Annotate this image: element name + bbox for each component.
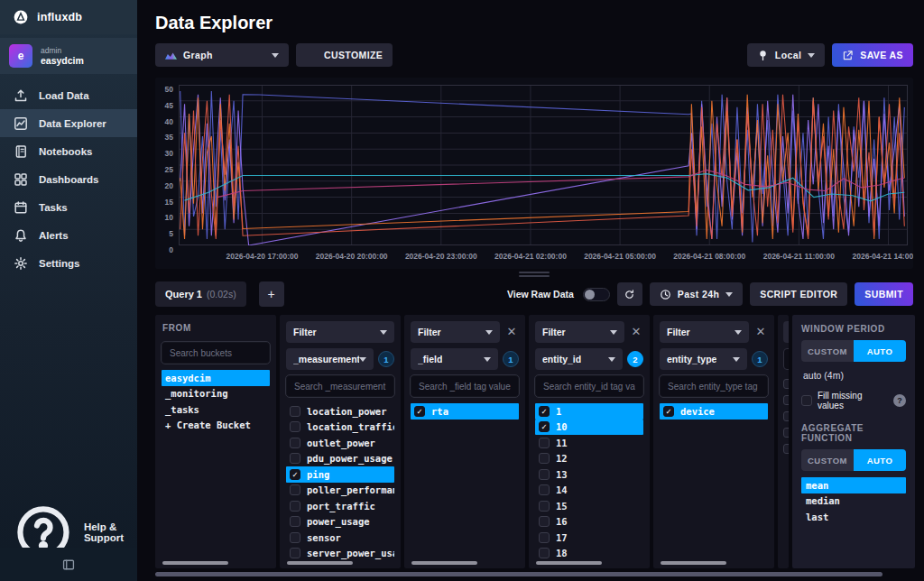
aggregate-function-item[interactable]: last [801, 509, 906, 525]
checkbox[interactable] [290, 453, 300, 464]
refresh-button[interactable] [617, 282, 642, 306]
auto-mode-button[interactable]: AUTO [854, 340, 906, 362]
checkbox[interactable] [539, 501, 550, 512]
checkbox[interactable] [539, 548, 550, 558]
sidebar-item-notebooks[interactable]: Notebooks [0, 137, 137, 165]
remove-filter-button[interactable]: ✕ [629, 325, 643, 339]
checkbox[interactable] [290, 406, 300, 417]
fill-missing-values-checkbox[interactable] [801, 395, 812, 406]
column-scrollbar[interactable] [660, 559, 768, 566]
checkbox[interactable] [290, 516, 300, 527]
tag-value-item[interactable]: ✓ 10 [535, 420, 643, 436]
checked-checkbox[interactable]: ✓ [663, 406, 674, 417]
bucket-list-item[interactable]: _tasks [162, 401, 270, 418]
variables-scope-dropdown[interactable]: Local [747, 43, 825, 67]
tag-value-search-input[interactable] [660, 375, 768, 397]
resize-drag-handle[interactable] [155, 271, 913, 278]
checkbox[interactable] [290, 484, 300, 495]
sidebar-item-settings[interactable]: Settings [0, 249, 137, 277]
tag-value-item[interactable]: port_traffic [286, 498, 394, 514]
tag-value-search-input[interactable] [411, 375, 519, 397]
sidebar-item-dashboards[interactable]: Dashboards [0, 165, 137, 193]
tag-value-item[interactable]: 16 [535, 514, 643, 530]
view-raw-data-toggle[interactable] [583, 288, 610, 301]
tag-value-item[interactable]: ✓ device [660, 403, 768, 420]
checkbox[interactable] [539, 484, 550, 495]
column-scrollbar[interactable] [286, 559, 394, 566]
checkbox[interactable] [539, 438, 550, 448]
checkbox[interactable] [290, 501, 300, 512]
aggregate-function-item[interactable]: mean [801, 477, 906, 493]
tag-value-item[interactable]: server_power_usage [286, 546, 394, 560]
auto-mode-button[interactable]: AUTO [854, 449, 906, 471]
collapse-sidebar-icon[interactable] [62, 558, 75, 571]
column-scrollbar[interactable] [411, 559, 519, 566]
time-series-chart[interactable]: 05101520253035404550 2026-04-20 17:00:00… [155, 78, 913, 269]
user-org-switcher[interactable]: e admin easydcim [0, 38, 137, 74]
sidebar-item-tasks[interactable]: Tasks [0, 193, 137, 221]
bucket-list-item[interactable]: + Create Bucket [162, 418, 270, 434]
tag-value-item[interactable]: 14 [535, 483, 643, 499]
tag-key-dropdown[interactable]: _measurement [286, 348, 374, 370]
checked-checkbox[interactable]: ✓ [539, 406, 550, 417]
tag-value-item[interactable]: poller_performance [286, 483, 394, 499]
tag-value-item[interactable]: power_usage [286, 514, 394, 530]
customize-button[interactable]: CUSTOMIZE [296, 43, 393, 67]
tag-value-search-input[interactable] [286, 375, 394, 397]
filter-type-dropdown[interactable]: Filter [535, 321, 624, 343]
sidebar-item-help-support[interactable]: Help & Support [0, 517, 137, 548]
sidebar-item-alerts[interactable]: Alerts [0, 221, 137, 249]
tag-key-dropdown[interactable]: _field [411, 348, 498, 370]
tag-value-item[interactable]: 12 [535, 451, 643, 467]
tag-value-item[interactable]: pdu_power_usage [286, 451, 394, 467]
custom-mode-button[interactable]: CUSTOM [801, 340, 854, 362]
checkbox[interactable] [539, 532, 550, 543]
checked-checkbox[interactable]: ✓ [414, 406, 425, 417]
checkbox[interactable] [539, 453, 550, 464]
save-as-button[interactable]: SAVE AS [832, 43, 913, 67]
tag-key-dropdown[interactable]: entity_type [660, 348, 747, 370]
tag-key-dropdown[interactable]: entity_id [535, 348, 623, 370]
checkbox[interactable] [539, 469, 550, 480]
time-range-dropdown[interactable]: Past 24h [650, 282, 743, 306]
bucket-list-item[interactable]: easydcim [162, 370, 270, 386]
bucket-list-item[interactable]: _monitoring [162, 386, 270, 402]
tag-value-item[interactable]: 13 [535, 466, 643, 483]
tag-value-item[interactable]: location_traffic [286, 420, 394, 436]
query-tab[interactable]: Query 1 (0.02s) [155, 281, 246, 307]
tag-value-item[interactable]: 11 [535, 435, 643, 451]
checked-checkbox[interactable]: ✓ [290, 469, 300, 480]
checkbox[interactable] [290, 421, 300, 432]
tag-value-item[interactable]: 18 [535, 546, 643, 560]
tag-value-search-input[interactable] [535, 375, 643, 397]
page-horizontal-scrollbar[interactable] [155, 570, 913, 578]
checkbox[interactable] [290, 438, 300, 448]
tag-value-item[interactable]: location_power [286, 403, 394, 420]
remove-filter-button[interactable]: ✕ [753, 325, 768, 339]
tag-value-item[interactable]: 17 [535, 530, 643, 546]
script-editor-button[interactable]: SCRIPT EDITOR [750, 282, 847, 306]
checked-checkbox[interactable]: ✓ [539, 421, 550, 432]
checkbox[interactable] [539, 516, 550, 527]
logo-row[interactable]: influxdb [0, 0, 137, 34]
checkbox[interactable] [290, 532, 300, 543]
tag-value-item[interactable]: 15 [535, 498, 643, 514]
filter-type-dropdown[interactable]: Filter [411, 321, 500, 343]
aggregate-function-item[interactable]: median [801, 493, 906, 510]
filter-type-dropdown[interactable]: Filter [286, 321, 394, 343]
add-query-button[interactable]: + [259, 281, 284, 307]
checkbox[interactable] [290, 548, 300, 558]
submit-button[interactable]: SUBMIT [855, 282, 913, 306]
tag-value-item[interactable]: outlet_power [286, 435, 394, 451]
tag-value-item[interactable]: ✓ 1 [535, 403, 643, 420]
column-scrollbar[interactable] [162, 559, 270, 566]
tag-value-item[interactable]: ✓ rta [411, 403, 519, 420]
sidebar-item-load-data[interactable]: Load Data [0, 81, 137, 109]
column-scrollbar[interactable] [535, 559, 643, 566]
tag-value-item[interactable]: sensor [286, 530, 394, 546]
filter-type-dropdown[interactable]: Filter [660, 321, 749, 343]
sidebar-item-data-explorer[interactable]: Data Explorer [0, 109, 137, 137]
bucket-search-input[interactable] [162, 342, 270, 364]
question-mark-icon[interactable]: ? [893, 394, 906, 407]
custom-mode-button[interactable]: CUSTOM [801, 449, 854, 471]
